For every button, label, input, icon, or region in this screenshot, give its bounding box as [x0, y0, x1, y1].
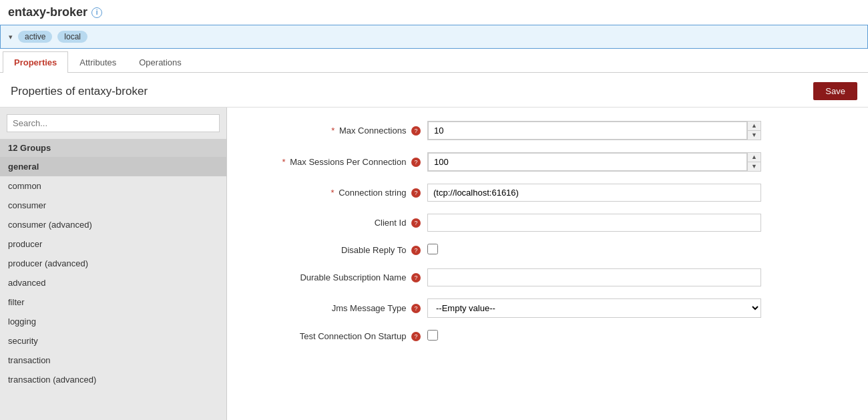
- tab-bar: Properties Attributes Operations: [0, 51, 868, 73]
- help-icon-max-connections[interactable]: ?: [411, 126, 421, 136]
- field-row-connection-string: * Connection string ?: [254, 184, 841, 202]
- label-jms-message-type: Jms Message Type ?: [254, 303, 427, 314]
- label-connection-string: * Connection string ?: [254, 188, 427, 198]
- sidebar-item-consumer-advanced[interactable]: consumer (advanced): [0, 215, 226, 234]
- tag-local: local: [57, 31, 87, 43]
- app-info-icon[interactable]: i: [91, 7, 102, 18]
- control-disable-reply-to: [427, 244, 761, 256]
- search-input[interactable]: [7, 114, 220, 132]
- sidebar-item-consumer[interactable]: consumer: [0, 196, 226, 215]
- tag-bar-chevron[interactable]: ▾: [9, 33, 13, 41]
- control-jms-message-type: --Empty value--: [427, 298, 761, 318]
- help-icon-test-connection-on-startup[interactable]: ?: [411, 332, 421, 341]
- sidebar: 12 Groups general common consumer consum…: [0, 108, 227, 420]
- max-sessions-up[interactable]: ▲: [748, 153, 761, 162]
- field-row-durable-subscription-name: Durable Subscription Name ?: [254, 268, 841, 286]
- required-star: *: [331, 126, 335, 136]
- sidebar-item-transaction-advanced[interactable]: transaction (advanced): [0, 370, 226, 389]
- max-sessions-down[interactable]: ▼: [748, 162, 761, 171]
- max-connections-input[interactable]: [428, 122, 747, 140]
- max-sessions-input[interactable]: [428, 153, 747, 171]
- save-button[interactable]: Save: [813, 82, 857, 100]
- help-icon-jms-message-type[interactable]: ?: [411, 304, 421, 313]
- field-row-test-connection-on-startup: Test Connection On Startup ?: [254, 330, 841, 343]
- tag-active: active: [18, 31, 52, 43]
- label-max-sessions: * Max Sessions Per Connection ?: [254, 157, 427, 168]
- connection-string-input[interactable]: [427, 184, 761, 202]
- max-sessions-spinners: ▲ ▼: [747, 153, 761, 171]
- help-icon-disable-reply-to[interactable]: ?: [411, 246, 421, 255]
- help-icon-durable-subscription-name[interactable]: ?: [411, 273, 421, 282]
- durable-subscription-name-input[interactable]: [427, 268, 761, 286]
- help-icon-max-sessions[interactable]: ?: [411, 158, 421, 167]
- max-connections-down[interactable]: ▼: [748, 131, 761, 140]
- tag-bar: ▾ active local: [0, 25, 868, 49]
- tab-attributes[interactable]: Attributes: [68, 51, 128, 73]
- groups-count: 12 Groups: [0, 139, 226, 157]
- control-client-id: [427, 214, 761, 232]
- sidebar-item-advanced[interactable]: advanced: [0, 273, 226, 292]
- label-max-connections: * Max Connections ?: [254, 126, 427, 136]
- control-durable-subscription-name: [427, 268, 761, 286]
- label-client-id: Client Id ?: [254, 218, 427, 228]
- sidebar-item-logging[interactable]: logging: [0, 312, 226, 331]
- sidebar-item-filter[interactable]: filter: [0, 292, 226, 312]
- help-icon-client-id[interactable]: ?: [411, 218, 421, 228]
- page-title-row: Properties of entaxy-broker Save: [0, 73, 868, 107]
- search-box: [7, 114, 220, 132]
- label-durable-subscription-name: Durable Subscription Name ?: [254, 272, 427, 283]
- sidebar-item-general[interactable]: general: [0, 157, 226, 176]
- max-sessions-wrapper: ▲ ▼: [427, 152, 761, 172]
- label-test-connection-on-startup: Test Connection On Startup ?: [254, 331, 427, 342]
- sidebar-item-producer-advanced[interactable]: producer (advanced): [0, 254, 226, 273]
- page-title: Properties of entaxy-broker: [11, 85, 148, 98]
- form-area: * Max Connections ? ▲ ▼ * Max Sessions P…: [227, 108, 868, 420]
- sidebar-item-common[interactable]: common: [0, 176, 226, 196]
- test-connection-on-startup-checkbox[interactable]: [427, 330, 438, 341]
- label-disable-reply-to: Disable Reply To ?: [254, 245, 427, 256]
- field-row-disable-reply-to: Disable Reply To ?: [254, 244, 841, 256]
- main-content: 12 Groups general common consumer consum…: [0, 107, 868, 420]
- max-connections-wrapper: ▲ ▼: [427, 121, 761, 140]
- tab-operations[interactable]: Operations: [128, 51, 193, 73]
- client-id-input[interactable]: [427, 214, 761, 232]
- tab-properties[interactable]: Properties: [3, 51, 68, 73]
- sidebar-item-producer[interactable]: producer: [0, 234, 226, 254]
- max-connections-spinners: ▲ ▼: [747, 122, 761, 140]
- control-test-connection-on-startup: [427, 330, 761, 343]
- field-row-max-sessions: * Max Sessions Per Connection ? ▲ ▼: [254, 152, 841, 172]
- control-max-connections: ▲ ▼: [427, 121, 761, 140]
- max-connections-up[interactable]: ▲: [748, 122, 761, 131]
- disable-reply-to-checkbox[interactable]: [427, 244, 438, 254]
- required-star: *: [331, 188, 335, 198]
- app-title-text: entaxy-broker: [8, 5, 87, 19]
- field-row-client-id: Client Id ?: [254, 214, 841, 232]
- field-row-max-connections: * Max Connections ? ▲ ▼: [254, 121, 841, 140]
- field-row-jms-message-type: Jms Message Type ? --Empty value--: [254, 298, 841, 318]
- sidebar-item-transaction[interactable]: transaction: [0, 351, 226, 370]
- jms-message-type-select[interactable]: --Empty value--: [427, 298, 761, 318]
- control-connection-string: [427, 184, 761, 202]
- required-star: *: [282, 157, 286, 167]
- sidebar-item-security[interactable]: security: [0, 331, 226, 351]
- help-icon-connection-string[interactable]: ?: [411, 188, 421, 198]
- app-title-bar: entaxy-broker i: [0, 0, 868, 25]
- control-max-sessions: ▲ ▼: [427, 152, 761, 172]
